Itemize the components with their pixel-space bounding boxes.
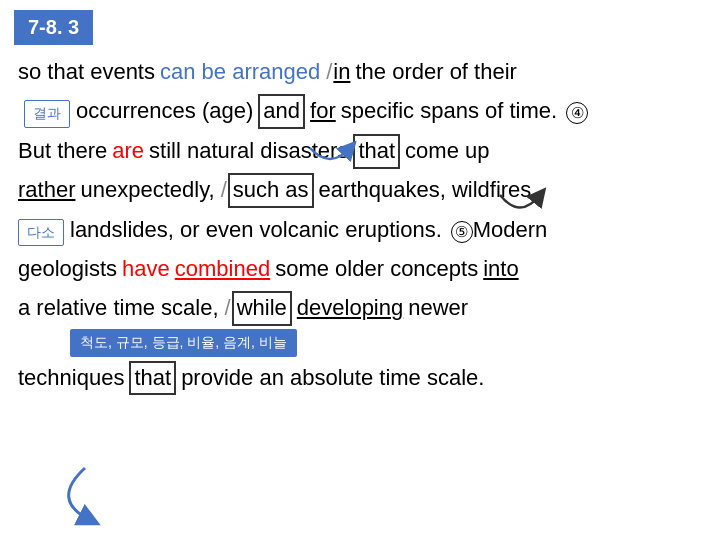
word-techniques: techniques <box>18 359 124 396</box>
line-8: techniques that provide an absolute time… <box>18 359 702 396</box>
circle-4: ④ <box>566 102 588 124</box>
word-into: into <box>483 250 518 287</box>
word-occurrences: occurrences (age) <box>76 92 253 129</box>
word-developing: developing <box>297 289 403 326</box>
word-so: so that events <box>18 53 155 90</box>
boxed-while: while <box>232 291 292 326</box>
word-specific: specific spans of time. <box>341 92 557 129</box>
boxed-such-as: such as <box>228 173 314 208</box>
section-title: 7-8. 3 <box>14 10 93 45</box>
circle-5: ⑤ <box>451 221 473 243</box>
word-but-there: But there <box>18 132 107 169</box>
boxed-and: and <box>258 94 305 129</box>
word-newer: newer <box>408 289 468 326</box>
word-come-up: come up <box>405 132 489 169</box>
tag-결과: 결과 <box>24 100 70 128</box>
vocab-tag: 척도, 규모, 등급, 비율, 음계, 비늘 <box>70 329 297 357</box>
line-2: 결과 occurrences (age) and for specific sp… <box>18 92 702 129</box>
word-landslides: landslides, or even volcanic eruptions. <box>70 211 442 248</box>
boxed-that: that <box>353 134 400 169</box>
word-rather: rather <box>18 171 75 208</box>
content-area: so that events can be arranged / in the … <box>0 53 720 396</box>
line-4: rather unexpectedly, / such as earthquak… <box>18 171 702 208</box>
slash-1: / <box>326 53 332 90</box>
header: 7-8. 3 <box>0 0 720 53</box>
word-are: are <box>112 132 144 169</box>
word-can-be-arranged: can be arranged <box>160 53 320 90</box>
tag-다소: 다소 <box>18 219 64 247</box>
line-6: geologists have combined some older conc… <box>18 250 702 287</box>
line-1: so that events can be arranged / in the … <box>18 53 702 90</box>
word-have: have <box>122 250 170 287</box>
line-vocab: 척도, 규모, 등급, 비율, 음계, 비늘 <box>18 329 702 357</box>
word-some-older: some older concepts <box>275 250 478 287</box>
line-5: 다소 landslides, or even volcanic eruption… <box>18 211 702 248</box>
word-unexpectedly: unexpectedly, <box>80 171 214 208</box>
word-modern: Modern <box>473 211 548 248</box>
word-earthquakes: earthquakes, wildfires, <box>319 171 538 208</box>
word-in: in <box>333 53 350 90</box>
word-geologists: geologists <box>18 250 117 287</box>
line-3: But there are still natural disasters th… <box>18 132 702 169</box>
boxed-that-2: that <box>129 361 176 396</box>
slash-2: / <box>221 171 227 208</box>
slash-3: / <box>225 289 231 326</box>
word-combined: combined <box>175 250 270 287</box>
word-for: for <box>310 92 336 129</box>
word-a-relative: a relative time scale, <box>18 289 219 326</box>
word-the-order: the order of their <box>355 53 516 90</box>
word-provide: provide an absolute time scale. <box>181 359 484 396</box>
word-still: still natural disasters <box>149 132 348 169</box>
line-7: a relative time scale, / while developin… <box>18 289 702 326</box>
